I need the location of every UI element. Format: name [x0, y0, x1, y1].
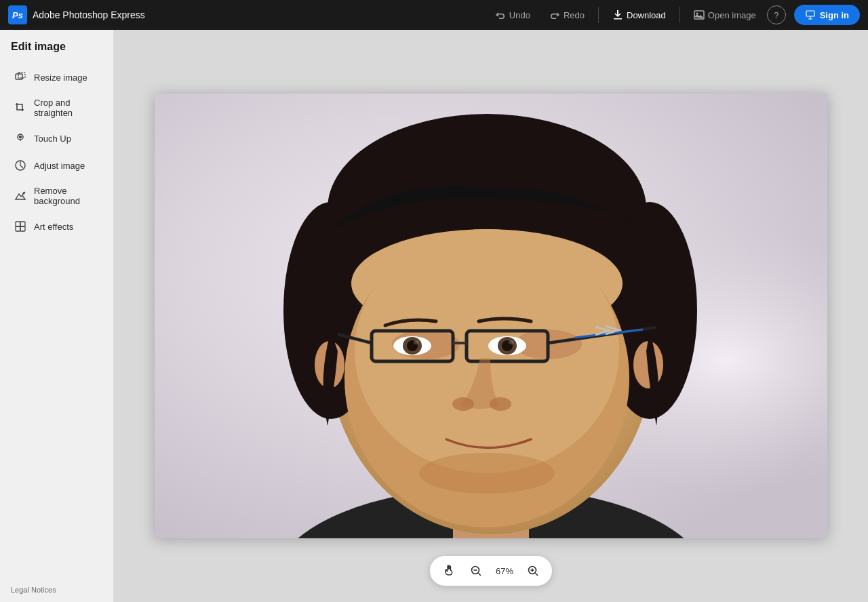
sidebar-item-touch-up[interactable]: Touch Up	[3, 125, 111, 152]
svg-line-48	[479, 574, 481, 576]
zoom-out-icon	[470, 565, 482, 577]
zoom-out-button[interactable]	[465, 560, 487, 582]
sidebar-item-adjust-image[interactable]: Adjust image	[3, 152, 111, 179]
sidebar: Edit image Resize image Crop and straigh…	[0, 30, 114, 602]
zoom-in-icon	[527, 565, 539, 577]
undo-icon	[495, 9, 506, 20]
sidebar-label-remove-bg: Remove background	[34, 186, 100, 206]
art-effects-icon	[14, 220, 27, 233]
sidebar-item-crop-and-straighten[interactable]: Crop and straighten	[3, 91, 111, 125]
zoom-level: 67%	[492, 566, 517, 576]
undo-button[interactable]: Undo	[487, 5, 538, 24]
redo-icon	[549, 9, 560, 20]
sidebar-label-adjust: Adjust image	[34, 161, 85, 171]
svg-point-40	[509, 340, 514, 344]
signin-icon	[805, 9, 816, 20]
open-image-icon	[694, 9, 705, 20]
zoom-toolbar: 67%	[430, 556, 552, 586]
download-icon	[612, 9, 623, 20]
topbar-actions: Undo Redo Download Open image ?	[487, 5, 860, 25]
svg-point-6	[20, 136, 22, 138]
svg-point-45	[419, 453, 555, 494]
svg-rect-3	[16, 74, 22, 79]
app-logo-group: Ps Adobe Photoshop Express	[8, 5, 145, 24]
svg-line-52	[536, 574, 538, 576]
resize-icon	[14, 71, 27, 84]
zoom-in-button[interactable]	[522, 560, 544, 582]
sidebar-label-touch-up: Touch Up	[34, 134, 71, 144]
app-logo: Ps	[8, 5, 27, 24]
sidebar-label-art-effects: Art effects	[34, 222, 73, 232]
svg-rect-11	[16, 226, 20, 231]
crop-icon	[14, 101, 27, 115]
sidebar-label-crop: Crop and straighten	[34, 98, 100, 118]
svg-point-36	[414, 340, 419, 344]
legal-notices-link[interactable]: Legal Notices	[0, 578, 113, 602]
redo-button[interactable]: Redo	[541, 5, 593, 24]
topbar-divider-1	[598, 7, 599, 23]
download-button[interactable]: Download	[604, 5, 674, 24]
touch-icon	[14, 132, 27, 145]
sidebar-item-remove-background[interactable]: Remove background	[3, 179, 111, 213]
main-area: Edit image Resize image Crop and straigh…	[0, 30, 868, 602]
canvas-area: 67%	[114, 30, 868, 602]
sidebar-label-resize: Resize image	[34, 73, 87, 83]
svg-rect-2	[806, 11, 814, 16]
open-image-button[interactable]: Open image	[686, 5, 764, 24]
app-name: Adobe Photoshop Express	[33, 9, 145, 20]
image-container	[155, 94, 827, 538]
sidebar-item-resize-image[interactable]: Resize image	[3, 64, 111, 91]
signin-button[interactable]: Sign in	[794, 5, 860, 25]
help-button[interactable]: ?	[767, 5, 786, 24]
svg-rect-10	[20, 222, 25, 226]
svg-point-24	[355, 229, 619, 473]
svg-rect-9	[16, 222, 20, 226]
photo-canvas	[155, 94, 827, 538]
hand-tool-button[interactable]	[438, 560, 460, 582]
hand-icon	[443, 565, 455, 577]
remove-bg-icon	[14, 189, 27, 203]
topbar: Ps Adobe Photoshop Express Undo Redo Dow…	[0, 0, 868, 30]
adjust-icon	[14, 159, 27, 172]
svg-point-42	[490, 397, 511, 411]
sidebar-item-art-effects[interactable]: Art effects	[3, 213, 111, 240]
sidebar-title: Edit image	[0, 41, 113, 64]
svg-point-41	[452, 397, 474, 411]
topbar-divider-2	[679, 7, 680, 23]
svg-rect-4	[18, 73, 25, 78]
svg-rect-12	[20, 226, 25, 231]
